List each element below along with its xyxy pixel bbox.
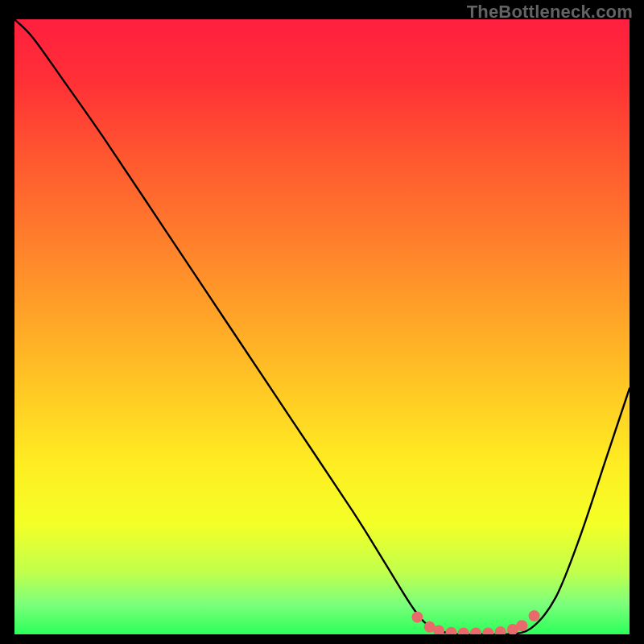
chart-frame: TheBottleneck.com xyxy=(0,0,644,644)
optimal-marker xyxy=(411,612,423,623)
gradient-background xyxy=(14,19,630,634)
optimal-marker xyxy=(529,610,540,621)
optimal-marker xyxy=(516,620,527,631)
bottleneck-chart xyxy=(14,19,630,634)
